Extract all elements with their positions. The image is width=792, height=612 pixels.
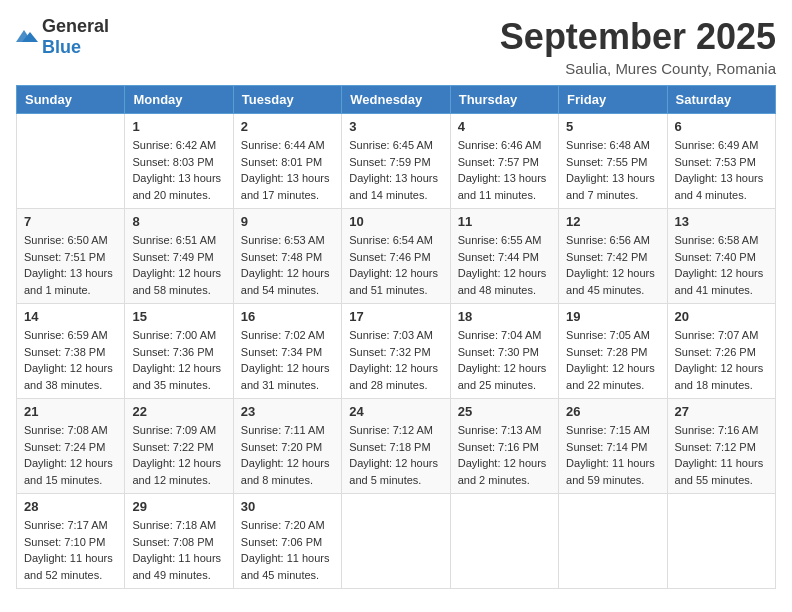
day-info: Sunrise: 6:46 AMSunset: 7:57 PMDaylight:… [458, 137, 551, 203]
day-of-week-header: Friday [559, 86, 667, 114]
day-info: Sunrise: 6:51 AMSunset: 7:49 PMDaylight:… [132, 232, 225, 298]
calendar-cell: 4 Sunrise: 6:46 AMSunset: 7:57 PMDayligh… [450, 114, 558, 209]
day-number: 16 [241, 309, 334, 324]
location-title: Saulia, Mures County, Romania [500, 60, 776, 77]
calendar-cell: 7 Sunrise: 6:50 AMSunset: 7:51 PMDayligh… [17, 209, 125, 304]
calendar-cell: 27 Sunrise: 7:16 AMSunset: 7:12 PMDaylig… [667, 399, 775, 494]
calendar-week-row: 7 Sunrise: 6:50 AMSunset: 7:51 PMDayligh… [17, 209, 776, 304]
calendar-cell: 18 Sunrise: 7:04 AMSunset: 7:30 PMDaylig… [450, 304, 558, 399]
day-number: 5 [566, 119, 659, 134]
calendar-cell [450, 494, 558, 589]
calendar-cell: 8 Sunrise: 6:51 AMSunset: 7:49 PMDayligh… [125, 209, 233, 304]
day-info: Sunrise: 6:55 AMSunset: 7:44 PMDaylight:… [458, 232, 551, 298]
day-number: 15 [132, 309, 225, 324]
day-number: 10 [349, 214, 442, 229]
day-info: Sunrise: 6:59 AMSunset: 7:38 PMDaylight:… [24, 327, 117, 393]
calendar-cell: 11 Sunrise: 6:55 AMSunset: 7:44 PMDaylig… [450, 209, 558, 304]
calendar-cell: 15 Sunrise: 7:00 AMSunset: 7:36 PMDaylig… [125, 304, 233, 399]
calendar-cell: 5 Sunrise: 6:48 AMSunset: 7:55 PMDayligh… [559, 114, 667, 209]
logo-general: General [42, 16, 109, 36]
calendar-cell: 30 Sunrise: 7:20 AMSunset: 7:06 PMDaylig… [233, 494, 341, 589]
calendar-cell: 23 Sunrise: 7:11 AMSunset: 7:20 PMDaylig… [233, 399, 341, 494]
title-area: September 2025 Saulia, Mures County, Rom… [500, 16, 776, 77]
logo-text: General Blue [42, 16, 109, 58]
calendar-cell: 29 Sunrise: 7:18 AMSunset: 7:08 PMDaylig… [125, 494, 233, 589]
day-info: Sunrise: 7:15 AMSunset: 7:14 PMDaylight:… [566, 422, 659, 488]
calendar-cell: 9 Sunrise: 6:53 AMSunset: 7:48 PMDayligh… [233, 209, 341, 304]
day-number: 8 [132, 214, 225, 229]
day-number: 13 [675, 214, 768, 229]
calendar-header-row: SundayMondayTuesdayWednesdayThursdayFrid… [17, 86, 776, 114]
calendar-week-row: 21 Sunrise: 7:08 AMSunset: 7:24 PMDaylig… [17, 399, 776, 494]
calendar-week-row: 28 Sunrise: 7:17 AMSunset: 7:10 PMDaylig… [17, 494, 776, 589]
day-info: Sunrise: 6:49 AMSunset: 7:53 PMDaylight:… [675, 137, 768, 203]
day-info: Sunrise: 7:08 AMSunset: 7:24 PMDaylight:… [24, 422, 117, 488]
day-number: 9 [241, 214, 334, 229]
day-info: Sunrise: 7:16 AMSunset: 7:12 PMDaylight:… [675, 422, 768, 488]
day-number: 14 [24, 309, 117, 324]
day-number: 3 [349, 119, 442, 134]
day-info: Sunrise: 7:17 AMSunset: 7:10 PMDaylight:… [24, 517, 117, 583]
day-of-week-header: Thursday [450, 86, 558, 114]
day-info: Sunrise: 7:11 AMSunset: 7:20 PMDaylight:… [241, 422, 334, 488]
day-info: Sunrise: 7:12 AMSunset: 7:18 PMDaylight:… [349, 422, 442, 488]
calendar-cell: 16 Sunrise: 7:02 AMSunset: 7:34 PMDaylig… [233, 304, 341, 399]
calendar-cell [17, 114, 125, 209]
calendar-cell: 12 Sunrise: 6:56 AMSunset: 7:42 PMDaylig… [559, 209, 667, 304]
day-number: 18 [458, 309, 551, 324]
calendar-cell: 3 Sunrise: 6:45 AMSunset: 7:59 PMDayligh… [342, 114, 450, 209]
calendar-cell: 28 Sunrise: 7:17 AMSunset: 7:10 PMDaylig… [17, 494, 125, 589]
calendar-cell: 10 Sunrise: 6:54 AMSunset: 7:46 PMDaylig… [342, 209, 450, 304]
day-info: Sunrise: 7:07 AMSunset: 7:26 PMDaylight:… [675, 327, 768, 393]
calendar-cell: 1 Sunrise: 6:42 AMSunset: 8:03 PMDayligh… [125, 114, 233, 209]
calendar-cell: 21 Sunrise: 7:08 AMSunset: 7:24 PMDaylig… [17, 399, 125, 494]
day-number: 11 [458, 214, 551, 229]
day-number: 26 [566, 404, 659, 419]
day-of-week-header: Wednesday [342, 86, 450, 114]
day-info: Sunrise: 6:45 AMSunset: 7:59 PMDaylight:… [349, 137, 442, 203]
day-info: Sunrise: 7:18 AMSunset: 7:08 PMDaylight:… [132, 517, 225, 583]
day-info: Sunrise: 7:02 AMSunset: 7:34 PMDaylight:… [241, 327, 334, 393]
calendar-cell: 25 Sunrise: 7:13 AMSunset: 7:16 PMDaylig… [450, 399, 558, 494]
month-title: September 2025 [500, 16, 776, 58]
calendar-cell: 2 Sunrise: 6:44 AMSunset: 8:01 PMDayligh… [233, 114, 341, 209]
day-of-week-header: Monday [125, 86, 233, 114]
calendar: SundayMondayTuesdayWednesdayThursdayFrid… [16, 85, 776, 589]
calendar-cell: 24 Sunrise: 7:12 AMSunset: 7:18 PMDaylig… [342, 399, 450, 494]
day-number: 25 [458, 404, 551, 419]
day-number: 17 [349, 309, 442, 324]
day-number: 12 [566, 214, 659, 229]
day-info: Sunrise: 7:03 AMSunset: 7:32 PMDaylight:… [349, 327, 442, 393]
day-number: 19 [566, 309, 659, 324]
day-number: 4 [458, 119, 551, 134]
day-number: 7 [24, 214, 117, 229]
calendar-cell [342, 494, 450, 589]
day-number: 28 [24, 499, 117, 514]
day-info: Sunrise: 6:50 AMSunset: 7:51 PMDaylight:… [24, 232, 117, 298]
calendar-cell: 14 Sunrise: 6:59 AMSunset: 7:38 PMDaylig… [17, 304, 125, 399]
calendar-cell: 26 Sunrise: 7:15 AMSunset: 7:14 PMDaylig… [559, 399, 667, 494]
day-number: 1 [132, 119, 225, 134]
day-info: Sunrise: 6:48 AMSunset: 7:55 PMDaylight:… [566, 137, 659, 203]
header: General Blue September 2025 Saulia, Mure… [16, 16, 776, 77]
calendar-week-row: 14 Sunrise: 6:59 AMSunset: 7:38 PMDaylig… [17, 304, 776, 399]
day-info: Sunrise: 6:53 AMSunset: 7:48 PMDaylight:… [241, 232, 334, 298]
day-info: Sunrise: 7:09 AMSunset: 7:22 PMDaylight:… [132, 422, 225, 488]
calendar-cell [667, 494, 775, 589]
logo-blue: Blue [42, 37, 81, 57]
day-info: Sunrise: 6:56 AMSunset: 7:42 PMDaylight:… [566, 232, 659, 298]
day-number: 21 [24, 404, 117, 419]
day-number: 20 [675, 309, 768, 324]
day-info: Sunrise: 6:42 AMSunset: 8:03 PMDaylight:… [132, 137, 225, 203]
calendar-cell: 22 Sunrise: 7:09 AMSunset: 7:22 PMDaylig… [125, 399, 233, 494]
day-info: Sunrise: 7:13 AMSunset: 7:16 PMDaylight:… [458, 422, 551, 488]
calendar-cell: 6 Sunrise: 6:49 AMSunset: 7:53 PMDayligh… [667, 114, 775, 209]
day-number: 6 [675, 119, 768, 134]
day-info: Sunrise: 7:04 AMSunset: 7:30 PMDaylight:… [458, 327, 551, 393]
day-of-week-header: Tuesday [233, 86, 341, 114]
day-number: 27 [675, 404, 768, 419]
day-info: Sunrise: 7:20 AMSunset: 7:06 PMDaylight:… [241, 517, 334, 583]
day-info: Sunrise: 7:00 AMSunset: 7:36 PMDaylight:… [132, 327, 225, 393]
calendar-cell [559, 494, 667, 589]
calendar-cell: 13 Sunrise: 6:58 AMSunset: 7:40 PMDaylig… [667, 209, 775, 304]
